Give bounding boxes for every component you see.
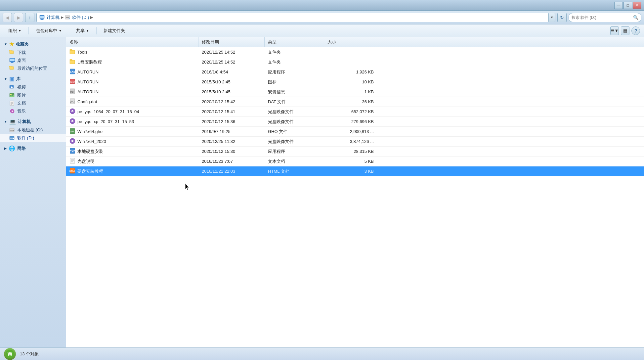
forward-button[interactable]: ▶ <box>14 13 23 22</box>
sidebar-item-drive-c[interactable]: 本地磁盘 (C:) <box>0 126 66 134</box>
sidebar-item-recent[interactable]: 最近访问的位置 <box>0 65 66 72</box>
toolbar-divider-3 <box>96 27 97 34</box>
file-type-cell: 文件夹 <box>265 57 324 67</box>
file-icon <box>69 118 75 125</box>
table-row[interactable]: Win7x64_2020 2020/12/25 11:32 光盘映像文件 3,8… <box>66 137 644 147</box>
file-icon: INF <box>69 88 75 95</box>
libraries-label: 库 <box>16 76 21 82</box>
svg-point-25 <box>12 111 13 112</box>
organize-button[interactable]: 组织 ▼ <box>4 26 26 35</box>
file-size-cell: 10 KB <box>324 77 377 87</box>
archive-arrow: ▼ <box>59 29 62 32</box>
svg-rect-14 <box>9 66 11 67</box>
sidebar-item-downloads[interactable]: 下载 <box>0 49 66 57</box>
archive-button[interactable]: 包含到库中 ▼ <box>31 26 66 35</box>
file-date: 2020/12/25 14:52 <box>202 50 235 55</box>
table-row[interactable]: Tools 2020/12/25 14:52 文件夹 <box>66 47 644 57</box>
file-name-cell: pe_yqs_1064_20_07_31_16_04 <box>66 107 198 116</box>
file-icon: HTML <box>69 168 75 175</box>
table-row[interactable]: 光盘说明 2016/10/23 7:07 文本文档 5 KB <box>66 157 644 166</box>
close-button[interactable]: ✕ <box>633 2 641 9</box>
file-type-cell: 图标 <box>265 77 324 87</box>
file-icon <box>69 138 75 145</box>
file-icon <box>69 59 75 65</box>
table-row[interactable]: EXE 本地硬盘安装 2020/10/12 15:30 应用程序 28,315 … <box>66 147 644 157</box>
maximize-button[interactable]: □ <box>623 2 632 9</box>
svg-rect-13 <box>10 67 14 69</box>
file-type-cell: 文本文档 <box>265 157 324 166</box>
sidebar-item-drive-d[interactable]: 软件 (D:) <box>0 134 66 142</box>
sidebar-header-libraries[interactable]: ▼ ▣ 库 <box>0 74 66 83</box>
sidebar-item-docs[interactable]: 文档 <box>0 99 66 107</box>
file-name: Config.dat <box>77 99 97 104</box>
file-type: 文件夹 <box>268 59 281 65</box>
desktop-label: 桌面 <box>17 58 26 64</box>
sidebar-item-music[interactable]: 音乐 <box>0 107 66 115</box>
table-row[interactable]: EXE AUTORUN 2016/1/8 4:54 应用程序 1,926 KB <box>66 67 644 77</box>
view-details-button[interactable]: ▦ <box>621 26 629 35</box>
col-header-name[interactable]: 名称 <box>66 37 198 47</box>
svg-point-54 <box>72 141 73 141</box>
table-row[interactable]: pe_yqs_1064_20_07_31_16_04 2020/10/12 15… <box>66 107 644 117</box>
file-name-cell: EXE 本地硬盘安装 <box>66 147 198 156</box>
col-header-modified[interactable]: 修改日期 <box>198 37 265 47</box>
breadcrumb-drive-d[interactable]: 软件 (D:) <box>72 15 89 21</box>
breadcrumb-computer[interactable]: 计算机 <box>47 15 60 21</box>
address-dropdown[interactable]: ▼ <box>549 13 555 22</box>
computer-icon <box>39 15 45 21</box>
file-type: 图标 <box>268 79 277 85</box>
file-size-cell <box>324 47 377 57</box>
help-button[interactable]: ? <box>631 26 640 35</box>
drive-c-icon <box>9 127 15 133</box>
file-name-cell: EXE AUTORUN <box>66 67 198 77</box>
organize-arrow: ▼ <box>18 29 21 32</box>
sidebar-header-network[interactable]: ▶ 🌐 网络 <box>0 144 66 153</box>
sidebar-header-favorites[interactable]: ▼ ★ 收藏夹 <box>0 40 66 49</box>
table-row[interactable]: U盘安装教程 2020/12/25 14:52 文件夹 <box>66 57 644 67</box>
view-dropdown-button[interactable]: ☰▼ <box>610 26 619 35</box>
file-date: 2020/10/12 15:42 <box>202 99 235 104</box>
file-type-cell: 应用程序 <box>265 147 324 156</box>
new-folder-button[interactable]: 新建文件夹 <box>99 26 129 35</box>
svg-text:W: W <box>7 351 13 357</box>
file-name-cell: Tools <box>66 47 198 57</box>
file-icon: GHO <box>69 128 75 135</box>
file-size: 2,900,813 ... <box>350 129 374 134</box>
col-header-type[interactable]: 类型 <box>265 37 324 47</box>
table-row[interactable]: DAT Config.dat 2020/10/12 15:42 DAT 文件 3… <box>66 97 644 107</box>
minimize-button[interactable]: — <box>614 2 623 9</box>
search-bar[interactable]: 🔍 <box>569 13 641 22</box>
refresh-button[interactable]: ↻ <box>557 13 567 22</box>
breadcrumb-sep2: ▶ <box>90 15 93 20</box>
libraries-expand-arrow: ▼ <box>4 77 7 81</box>
svg-point-46 <box>72 111 73 112</box>
up-button[interactable]: ↑ <box>25 13 34 22</box>
file-name-cell: HTML 硬盘安装教程 <box>66 166 198 176</box>
favorites-star-icon: ★ <box>9 41 14 47</box>
svg-rect-8 <box>9 50 11 51</box>
breadcrumb-sep1: ▶ <box>61 15 64 20</box>
file-size-cell: 3,874,126 ... <box>324 137 377 146</box>
sidebar-item-desktop[interactable]: 桌面 <box>0 57 66 65</box>
recent-label: 最近访问的位置 <box>17 66 47 71</box>
toolbar-right: ☰▼ ▦ ? <box>610 26 640 35</box>
table-row[interactable]: GHO Win7x64.gho 2019/9/7 19:25 GHO 文件 2,… <box>66 127 644 137</box>
libraries-icon: ▣ <box>9 76 14 82</box>
table-row[interactable]: pe_yqs_xp_20_07_31_15_53 2020/10/12 15:3… <box>66 117 644 127</box>
file-type: 光盘映像文件 <box>268 139 294 145</box>
sidebar-item-pictures[interactable]: 图片 <box>0 91 66 99</box>
table-row[interactable]: INF AUTORUN 2015/5/10 2:45 安装信息 1 KB <box>66 87 644 97</box>
sidebar-item-videos[interactable]: 视频 <box>0 83 66 91</box>
music-label: 音乐 <box>17 108 26 114</box>
search-input[interactable] <box>572 15 632 20</box>
videos-icon <box>9 84 15 90</box>
file-date-cell: 2019/9/7 19:25 <box>198 127 265 136</box>
col-header-size[interactable]: 大小 <box>324 37 377 47</box>
sidebar-header-computer[interactable]: ▼ 💻 计算机 <box>0 117 66 126</box>
back-button[interactable]: ◀ <box>3 13 12 22</box>
file-list: Tools 2020/12/25 14:52 文件夹 U盘安装教程 2020/1… <box>66 47 644 176</box>
table-row[interactable]: HTML 硬盘安装教程 2016/11/21 22:03 HTML 文档 3 K… <box>66 166 644 176</box>
share-button[interactable]: 共享 ▼ <box>72 26 94 35</box>
table-row[interactable]: ICO AUTORUN 2015/5/10 2:45 图标 10 KB <box>66 77 644 87</box>
svg-text:ICO: ICO <box>70 80 75 83</box>
